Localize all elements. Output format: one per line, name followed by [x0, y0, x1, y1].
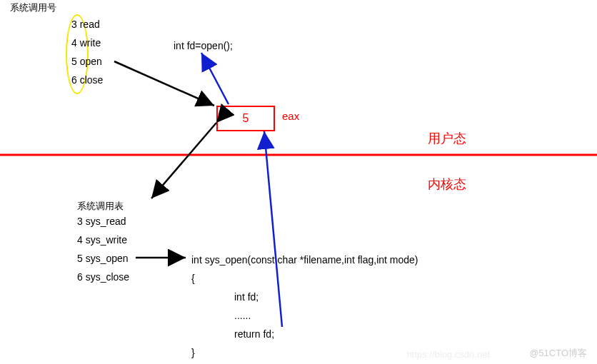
sys-open-brace-close: } — [191, 347, 195, 358]
syscall-row: 5 open — [71, 56, 103, 67]
syscall-num: 3 — [71, 19, 77, 30]
syscall-num: 4 — [71, 37, 77, 49]
systable-num: 4 — [77, 234, 83, 246]
syscall-name: open — [80, 56, 102, 67]
systable-name: sys_write — [86, 234, 127, 246]
sys-open-brace-open: { — [191, 273, 195, 284]
syscall-number-list: 3 read 4 write 5 open 6 close — [71, 19, 103, 93]
syscall-row: 3 read — [71, 19, 103, 30]
user-code-open-call: int fd=open(); — [174, 40, 233, 51]
syscall-row: 6 close — [71, 74, 103, 86]
arrow-open-to-eax — [114, 61, 214, 106]
user-mode-label: 用户态 — [428, 130, 466, 147]
systable-row: 6 sys_close — [77, 271, 129, 283]
sys-open-line-return: return fd; — [234, 328, 274, 340]
syscall-name: write — [80, 37, 101, 49]
syscall-name: close — [80, 74, 104, 86]
systable-row: 5 sys_open — [77, 253, 129, 264]
systable-num: 6 — [77, 271, 83, 283]
syscall-num: 6 — [71, 74, 77, 86]
eax-label: eax — [282, 110, 299, 122]
kernel-mode-label: 内核态 — [428, 176, 466, 193]
syscall-table-list: 3 sys_read 4 sys_write 5 sys_open 6 sys_… — [77, 216, 129, 290]
sys-open-line-fd-decl: int fd; — [234, 291, 259, 303]
systable-name: sys_close — [86, 271, 129, 283]
systable-num: 5 — [77, 253, 83, 264]
systable-row: 4 sys_write — [77, 234, 129, 246]
eax-register-box: 5 — [216, 106, 275, 131]
arrow-eax-systable-bidir — [151, 123, 216, 198]
sys-open-signature: int sys_open(const char *filename,int fl… — [191, 254, 418, 266]
syscall-table-header: 系统调用表 — [77, 200, 124, 213]
systable-name: sys_read — [86, 216, 126, 227]
syscall-row: 4 write — [71, 37, 103, 49]
syscall-number-header: 系统调用号 — [10, 1, 56, 14]
syscall-num: 5 — [71, 56, 77, 67]
arrow-eax-to-usercode — [201, 53, 229, 104]
arrow-return-to-eax — [264, 131, 282, 327]
systable-row: 3 sys_read — [77, 216, 129, 227]
systable-num: 3 — [77, 216, 83, 227]
syscall-name: read — [80, 19, 100, 30]
sys-open-line-ellipsis: ...... — [234, 310, 251, 321]
systable-name: sys_open — [86, 253, 129, 264]
watermark-csdn: https://blog.csdn.net — [407, 349, 490, 360]
watermark-51cto: @51CTO博客 — [529, 347, 587, 360]
